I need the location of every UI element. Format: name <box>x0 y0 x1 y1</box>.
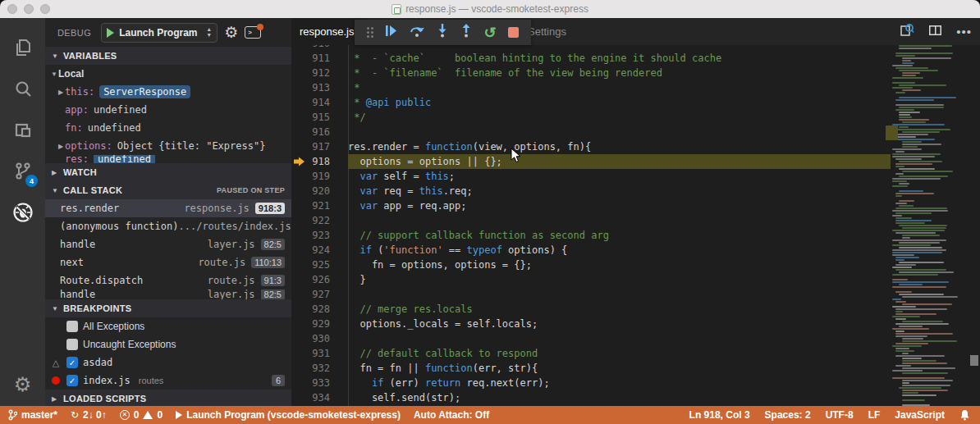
code-line[interactable]: 911 * - `cache` boolean hinting to the e… <box>291 51 891 66</box>
line-number[interactable]: 918 <box>306 154 330 169</box>
code-line[interactable]: 918 options = options || {}; <box>291 154 891 169</box>
variable-row[interactable]: ▶options:Object {title: "Express"} <box>45 137 291 155</box>
indentation-status[interactable]: Spaces: 2 <box>765 409 811 421</box>
code-line[interactable]: 915 */ <box>291 110 891 125</box>
breakpoint-row[interactable]: △✓asdad <box>45 353 291 372</box>
activity-source-control-icon[interactable]: 4 <box>0 151 45 192</box>
activity-extensions-icon[interactable] <box>0 110 45 151</box>
more-actions-icon[interactable]: ••• <box>956 25 972 39</box>
line-number[interactable]: 919 <box>306 169 330 184</box>
variable-row[interactable]: res:undefined <box>45 155 291 163</box>
launch-config-dropdown[interactable]: Launch Program ▲▼ <box>101 23 218 43</box>
callstack-frame-row[interactable]: handlelayer.js82:5 <box>45 290 291 299</box>
code-line[interactable]: 931 // default callback to respond <box>291 346 891 361</box>
scope-row[interactable]: ▼ Local <box>45 65 291 83</box>
line-number[interactable]: 933 <box>306 376 330 390</box>
line-number[interactable]: 920 <box>306 184 330 198</box>
line-number[interactable]: 932 <box>306 361 330 376</box>
configure-gear-icon[interactable]: ⚙ <box>224 25 238 40</box>
minimize-window-button[interactable] <box>24 4 34 14</box>
line-number[interactable]: 928 <box>306 302 330 317</box>
scrollbar-thumb[interactable] <box>970 355 978 366</box>
callstack-frame-row[interactable]: (anonymous function).../routes/index.js <box>45 217 291 235</box>
activity-explorer-icon[interactable] <box>0 28 45 69</box>
code-line[interactable]: 929 options._locals = self.locals; <box>291 317 891 331</box>
code-line[interactable]: 926 } <box>291 272 891 287</box>
code-line[interactable]: 934 self.send(str); <box>291 390 891 405</box>
code-line[interactable]: 923 // support callback function as seco… <box>291 228 891 243</box>
toolbar-drag-grip[interactable] <box>367 27 373 38</box>
breakpoint-checkbox[interactable]: ✓ <box>66 375 78 386</box>
line-number[interactable]: 911 <box>306 51 330 66</box>
callstack-frame-row[interactable]: res.renderresponse.js918:3 <box>45 199 291 217</box>
line-number[interactable]: 913 <box>306 80 330 95</box>
code-line[interactable]: 912 * - `filename` filename of the view … <box>291 66 891 80</box>
breakpoint-checkbox[interactable] <box>66 321 78 332</box>
code-line[interactable]: 916 <box>291 125 891 139</box>
line-number[interactable]: 922 <box>306 213 330 228</box>
code-line[interactable]: 914 * @api public <box>291 95 891 110</box>
activity-debug-icon[interactable] <box>0 192 45 233</box>
step-into-button[interactable] <box>437 24 448 41</box>
code-line[interactable]: 930 <box>291 331 891 346</box>
line-number[interactable]: 926 <box>306 272 330 287</box>
code-line[interactable]: 925 fn = options, options = {}; <box>291 258 891 272</box>
eol-status[interactable]: LF <box>868 409 881 421</box>
language-status[interactable]: JavaScript <box>895 409 945 421</box>
line-number[interactable]: 917 <box>306 139 330 154</box>
open-preview-icon[interactable] <box>900 23 914 40</box>
variable-row[interactable]: app:undefined <box>45 101 291 119</box>
breakpoint-row[interactable]: ✓index.jsroutes6 <box>45 372 291 390</box>
code-line[interactable]: 928 // merge res.locals <box>291 302 891 317</box>
line-number[interactable]: 934 <box>306 390 330 405</box>
minimap[interactable] <box>891 45 969 406</box>
code-line[interactable]: 917res.render = function(view, options, … <box>291 139 891 154</box>
line-number[interactable]: 929 <box>306 317 330 331</box>
watch-section-header[interactable]: ▶ WATCH <box>45 163 291 181</box>
callstack-section-header[interactable]: ▼ CALL STACK PAUSED ON STEP <box>45 181 291 199</box>
code-area[interactable]: 910 *911 * - `cache` boolean hinting to … <box>291 45 891 406</box>
variable-row[interactable]: ▶this:ServerResponse <box>45 83 291 101</box>
loaded-scripts-section-header[interactable]: ▶ LOADED SCRIPTS <box>45 390 291 406</box>
git-branch-status[interactable]: master* <box>8 409 57 421</box>
breakpoint-checkbox[interactable]: ✓ <box>66 357 78 368</box>
line-number[interactable]: 923 <box>306 228 330 243</box>
code-line[interactable]: 921 var app = req.app; <box>291 198 891 213</box>
code-line[interactable]: 913 * <box>291 80 891 95</box>
activity-search-icon[interactable] <box>0 69 45 110</box>
code-line[interactable]: 910 * <box>291 45 891 51</box>
code-line[interactable]: 920 var req = this.req; <box>291 184 891 198</box>
line-number[interactable]: 925 <box>306 258 330 272</box>
close-window-button[interactable] <box>7 4 17 14</box>
split-editor-icon[interactable] <box>928 25 942 39</box>
code-line[interactable]: 933 if (err) return req.next(err); <box>291 376 891 390</box>
debug-current-line-arrow-icon[interactable] <box>291 157 306 166</box>
code-line[interactable]: 922 <box>291 213 891 228</box>
step-out-button[interactable] <box>460 24 472 41</box>
problems-status[interactable]: ✕ 0 0 <box>120 409 163 421</box>
encoding-status[interactable]: UTF-8 <box>826 409 854 421</box>
variable-row[interactable]: fn:undefined <box>45 119 291 137</box>
breakpoints-section-header[interactable]: ▼ BREAKPOINTS <box>45 299 291 317</box>
callstack-frame-row[interactable]: Route.dispatchroute.js91:3 <box>45 271 291 290</box>
breakpoint-row[interactable]: Uncaught Exceptions <box>45 335 291 353</box>
editor-scrollbar[interactable] <box>969 45 980 406</box>
code-line[interactable]: 932 fn = fn || function(err, str){ <box>291 361 891 376</box>
callstack-frame-row[interactable]: nextroute.js110:13 <box>45 253 291 271</box>
zoom-window-button[interactable] <box>40 4 50 14</box>
start-debug-icon[interactable] <box>107 28 114 38</box>
breakpoint-row[interactable]: All Exceptions <box>45 317 291 335</box>
notifications-bell-icon[interactable] <box>959 409 970 421</box>
sync-status[interactable]: ↻ 2↓ 0↑ <box>71 409 107 421</box>
breakpoint-checkbox[interactable] <box>66 339 78 350</box>
line-number[interactable]: 912 <box>306 66 330 80</box>
line-number[interactable]: 910 <box>306 45 330 51</box>
restart-button[interactable]: ↺ <box>483 25 496 40</box>
code-line[interactable]: 919 var self = this; <box>291 169 891 184</box>
debug-session-status[interactable]: Launch Program (vscode-smoketest-express… <box>176 409 401 421</box>
continue-button[interactable] <box>385 25 397 40</box>
line-number[interactable]: 914 <box>306 95 330 110</box>
debug-console-icon[interactable]: > <box>245 26 261 39</box>
variables-section-header[interactable]: ▼ VARIABLES <box>45 47 291 65</box>
code-line[interactable]: 927 <box>291 287 891 302</box>
